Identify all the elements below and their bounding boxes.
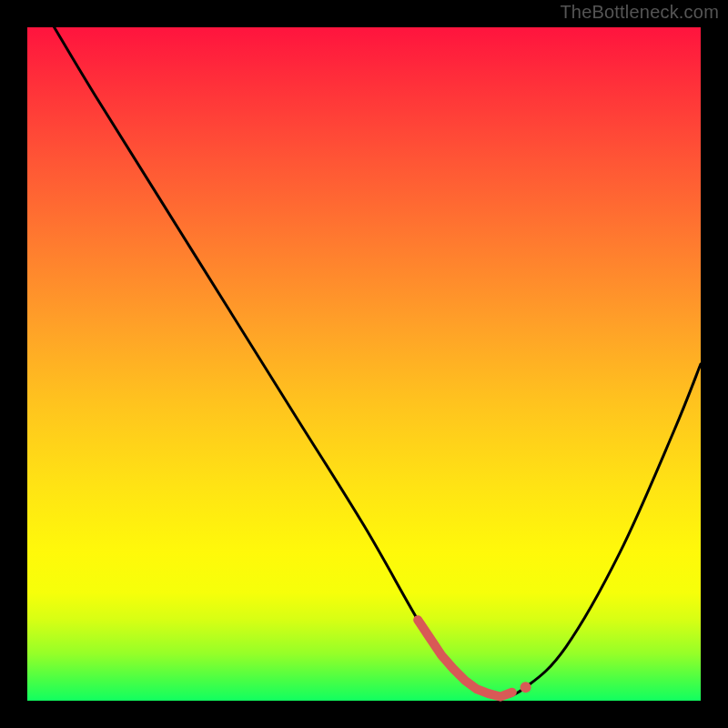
optimal-range-segment bbox=[418, 620, 512, 696]
curve-layer bbox=[27, 27, 701, 701]
bottleneck-curve bbox=[55, 27, 701, 697]
watermark-text: TheBottleneck.com bbox=[560, 2, 719, 23]
chart-frame: TheBottleneck.com bbox=[0, 0, 728, 728]
optimal-range-endpoint bbox=[521, 682, 531, 693]
plot-area bbox=[27, 27, 701, 701]
